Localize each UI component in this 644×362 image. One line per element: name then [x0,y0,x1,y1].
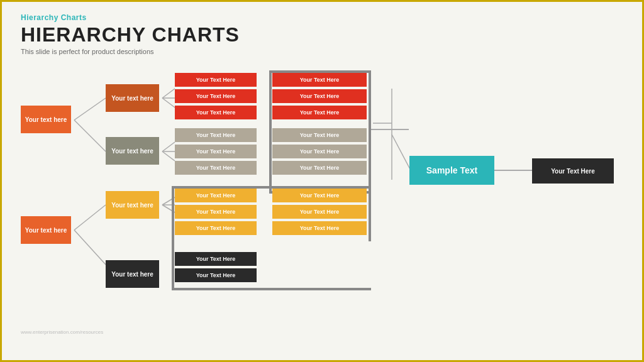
bracket-bl-bottom [172,288,371,290]
l4-yellow-1[interactable]: Your Text Here [272,189,367,202]
l3-red-2[interactable]: Your Text Here [175,89,257,103]
bracket-top [269,70,272,191]
svg-line-12 [392,134,411,170]
l4-gray-1[interactable]: Your Text Here [272,128,367,142]
svg-line-0 [74,98,106,120]
root-node-2[interactable]: Your text here [21,216,71,244]
svg-line-2 [74,205,106,230]
watermark: www.enterprisenation.com/resources [21,329,103,335]
l4-gray-3[interactable]: Your Text Here [272,161,367,175]
l4-yellow-3[interactable]: Your Text Here [272,221,367,235]
header-description: This slide is perfect for product descri… [21,48,623,55]
header-subtitle: Hierarchy Charts [21,13,623,22]
l4-yellow-2[interactable]: Your Text Here [272,205,367,219]
l3-dark-2[interactable]: Your Text Here [175,268,257,282]
l3-yellow-3[interactable]: Your Text Here [175,221,257,235]
l3-gray-1[interactable]: Your Text Here [175,128,257,142]
bracket-top-line [269,70,371,73]
bracket-bl-top [172,186,371,189]
svg-line-7 [162,142,175,151]
l4-gray-2[interactable]: Your Text Here [272,145,367,158]
l3-gray-3[interactable]: Your Text Here [175,161,257,175]
l4-red-1[interactable]: Your Text Here [272,73,367,87]
l4-red-3[interactable]: Your Text Here [272,106,367,119]
page-header: Hierarchy Charts HIERARCHY CHARTS This s… [2,2,642,60]
svg-line-3 [74,230,106,265]
h-connector-teal [371,129,409,130]
l3-gray-2[interactable]: Your Text Here [175,145,257,158]
bracket-bottom-right [369,186,371,241]
sample-text-box[interactable]: Sample Text [409,156,494,185]
svg-line-9 [162,151,175,161]
chart-area: Your text here Your text here Your text … [2,60,642,340]
root-node-1[interactable]: Your text here [21,106,71,133]
level2-node-2[interactable]: Your text here [106,137,159,165]
right-text-box[interactable]: Your Text Here [532,158,614,184]
level2-node-3[interactable]: Your text here [106,191,159,219]
level2-node-1[interactable]: Your text here [106,84,159,112]
l3-yellow-2[interactable]: Your Text Here [175,205,257,219]
svg-line-1 [74,120,106,151]
l3-yellow-1[interactable]: Your Text Here [175,189,257,202]
svg-line-4 [162,89,175,98]
bracket-bottom-left [172,186,174,288]
bracket-top-right [369,70,371,191]
l3-dark-1[interactable]: Your Text Here [175,252,257,266]
header-title: HIERARCHY CHARTS [21,23,623,47]
level2-node-4[interactable]: Your text here [106,260,159,288]
l3-red-3[interactable]: Your Text Here [175,106,257,119]
l3-red-1[interactable]: Your Text Here [175,73,257,87]
svg-line-6 [162,98,175,107]
h-connector-right [494,170,532,171]
l4-red-2[interactable]: Your Text Here [272,89,367,103]
